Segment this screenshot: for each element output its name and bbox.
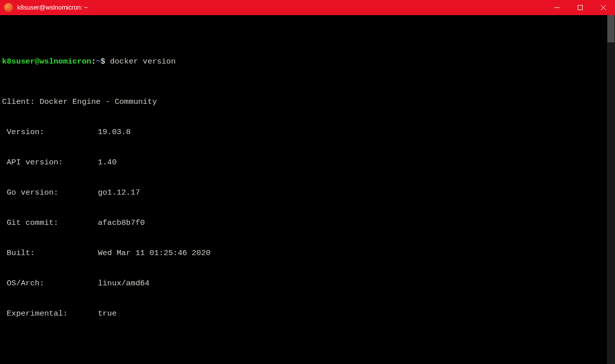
vertical-scrollbar[interactable] (607, 15, 615, 364)
maximize-button[interactable] (569, 0, 592, 15)
blank-line (2, 349, 607, 359)
prompt-colon: : (91, 57, 96, 66)
docker-client-row: Version:19.03.8 (2, 127, 607, 137)
terminal-area: k8suser@wslnomicron:~$ docker version Cl… (0, 15, 615, 364)
prompt-line: k8suser@wslnomicron:~$ docker version (2, 56, 607, 67)
terminal-output[interactable]: k8suser@wslnomicron:~$ docker version Cl… (0, 15, 607, 364)
window-title: k8suser@wslnomicron: ~ (17, 3, 88, 13)
close-button[interactable] (592, 0, 615, 15)
maximize-icon (578, 5, 583, 10)
svg-rect-0 (578, 6, 583, 10)
terminal-window: k8suser@wslnomicron: ~ k8suser@wslnomicr… (0, 0, 615, 364)
close-icon (601, 5, 606, 10)
minimize-icon (554, 5, 560, 10)
prompt-symbol: $ (100, 57, 105, 66)
minimize-button[interactable] (545, 0, 569, 15)
docker-client-row: OS/Arch:linux/amd64 (2, 278, 607, 288)
command-docker: docker version (110, 57, 176, 66)
titlebar[interactable]: k8suser@wslnomicron: ~ (0, 0, 615, 15)
prompt-path: ~ (96, 57, 100, 66)
docker-client-header: Client: Docker Engine - Community (2, 97, 607, 107)
docker-client-row: Experimental:true (2, 309, 607, 319)
docker-client-row: API version:1.40 (2, 157, 607, 167)
docker-client-row: Built:Wed Mar 11 01:25:46 2020 (2, 248, 607, 258)
scrollbar-thumb[interactable] (607, 15, 614, 42)
docker-client-row: Git commit:afacb8b7f0 (2, 218, 607, 228)
ubuntu-icon (4, 3, 13, 12)
docker-client-row: Go version:go1.12.17 (2, 188, 607, 198)
prompt-userhost: k8suser@wslnomicron (2, 57, 91, 66)
